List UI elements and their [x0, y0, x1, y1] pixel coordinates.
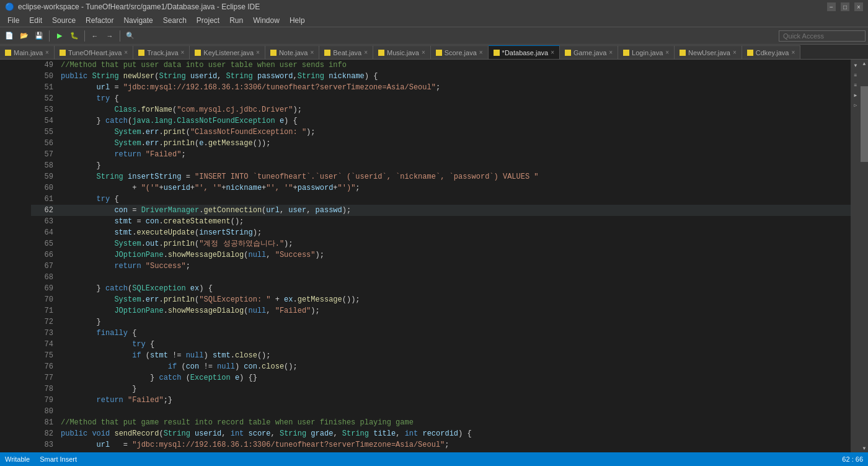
new-button[interactable]: 📄 [2, 29, 16, 43]
code-line-75: 75 if (stmt != null) stmt.close(); [31, 350, 851, 361]
tab-close-tuneofheart[interactable]: × [124, 49, 128, 56]
tab-icon-beat [324, 50, 330, 56]
code-line-78: 78 } [31, 383, 851, 395]
sidebar-icon-1[interactable]: ▼ [851, 61, 860, 69]
tab-label-track: Track.java [147, 49, 178, 56]
tab-keylistener-java[interactable]: KeyListener.java × [190, 45, 265, 59]
code-line-57: 57 return "Failed"; [31, 149, 851, 160]
menu-window[interactable]: Window [248, 14, 285, 27]
tab-close-login[interactable]: × [665, 49, 669, 56]
menu-bar: File Edit Source Refactor Navigate Searc… [0, 14, 868, 27]
sidebar-icon-4[interactable]: ▶ [851, 91, 860, 99]
status-insert-mode: Smart Insert [40, 455, 77, 460]
tab-close-score[interactable]: × [479, 49, 483, 56]
tab-close-music[interactable]: × [422, 49, 425, 56]
tab-icon-tuneofheart [60, 50, 66, 56]
sidebar-icon-2[interactable]: ≡ [851, 71, 860, 79]
tab-newuser-java[interactable]: NewUser.java × [675, 45, 742, 59]
code-line-50: 50 public String newUser(String userid, … [31, 71, 851, 82]
tab-label-database: *Database.java [502, 49, 549, 56]
right-sidebar: ▼ ≡ ≡ ▶ ▷ [851, 60, 861, 452]
code-line-79: 79 return "Failed";} [31, 395, 851, 406]
title-bar-left: 🔵 eclipse-workspace - TuneOfHeart/src/ga… [5, 2, 260, 11]
tab-close-cdkey[interactable]: × [791, 49, 795, 56]
app-icon: 🔵 [5, 2, 14, 11]
tab-close-database[interactable]: × [551, 49, 554, 56]
vertical-scrollbar[interactable]: ▲ ▼ [861, 60, 868, 452]
sidebar-icon-3[interactable]: ≡ [851, 81, 860, 89]
code-line-77: 77 } catch (Exception e) {} [31, 372, 851, 383]
code-line-52: 52 try { [31, 93, 851, 104]
code-line-64: 64 stmt.executeUpdate(insertString); [31, 227, 851, 238]
tab-login-java[interactable]: Login.java × [618, 45, 675, 59]
code-line-82: 82 public void sendRecord(String userid,… [31, 428, 851, 439]
quick-access-input[interactable] [779, 30, 866, 42]
code-line-74: 74 try { [31, 339, 851, 350]
title-bar-controls[interactable]: − □ × [827, 2, 863, 11]
close-button[interactable]: × [854, 2, 863, 11]
menu-help[interactable]: Help [285, 14, 310, 27]
maximize-button[interactable]: □ [841, 2, 849, 11]
minimize-button[interactable]: − [827, 2, 836, 11]
main-layout: 49 //Method that put user data into user… [0, 60, 868, 452]
tab-database-java[interactable]: *Database.java × [489, 45, 560, 59]
tab-icon-login [623, 50, 629, 56]
tab-close-beat[interactable]: × [364, 49, 368, 56]
scroll-track[interactable] [861, 68, 868, 444]
menu-refactor[interactable]: Refactor [81, 14, 118, 27]
status-writable: Writable [5, 455, 30, 460]
forward-button[interactable]: → [103, 29, 117, 43]
run-button[interactable]: ▶ [53, 29, 66, 43]
tab-label-cdkey: Cdkey.java [756, 49, 789, 56]
code-line-53: 53 Class.forName("com.mysql.cj.jdbc.Driv… [31, 104, 851, 115]
tab-beat-java[interactable]: Beat.java × [319, 45, 373, 59]
code-editor[interactable]: 49 //Method that put user data into user… [0, 60, 861, 452]
tab-cdkey-java[interactable]: Cdkey.java × [742, 45, 800, 59]
sidebar-icon-5[interactable]: ▷ [851, 101, 860, 109]
title-text: eclipse-workspace - TuneOfHeart/src/game… [18, 2, 260, 11]
code-line-65: 65 System.out.println("계정 성공하였습니다."); [31, 238, 851, 249]
code-line-54: 54 } catch(java.lang.ClassNotFoundExcept… [31, 115, 851, 127]
tab-close-main[interactable]: × [45, 49, 49, 56]
toolbar-separator-2 [84, 30, 85, 42]
tab-close-keylistener[interactable]: × [256, 49, 260, 56]
tab-label-main: Main.java [14, 49, 43, 56]
search-toolbar-button[interactable]: 🔍 [123, 29, 137, 43]
tab-note-java[interactable]: Note.java × [265, 45, 319, 59]
menu-project[interactable]: Project [192, 14, 224, 27]
tab-icon-game [565, 50, 571, 56]
tab-icon-note [270, 50, 277, 56]
line-numbers [9, 60, 31, 452]
scroll-down-button[interactable]: ▼ [861, 444, 868, 452]
tab-label-tuneofheart: TuneOfHeart.java [68, 49, 122, 56]
tab-icon-cdkey [747, 50, 753, 56]
menu-source[interactable]: Source [47, 14, 81, 27]
tab-close-track[interactable]: × [181, 49, 185, 56]
save-button[interactable]: 💾 [32, 29, 46, 43]
menu-run[interactable]: Run [224, 14, 248, 27]
open-button[interactable]: 📂 [17, 29, 31, 43]
tab-tuneofheart-java[interactable]: TuneOfHeart.java × [55, 45, 133, 59]
back-button[interactable]: ← [88, 29, 102, 43]
tab-main-java[interactable]: Main.java × [0, 45, 55, 59]
tab-icon-keylistener [195, 50, 201, 56]
menu-file[interactable]: File [2, 14, 24, 27]
tab-score-java[interactable]: Score.java × [431, 45, 489, 59]
code-line-51: 51 url = "jdbc:mysql://192.168.36.1:3306… [31, 82, 851, 93]
tab-close-game[interactable]: × [609, 49, 613, 56]
menu-edit[interactable]: Edit [24, 14, 47, 27]
code-content[interactable]: 49 //Method that put user data into user… [31, 60, 851, 452]
tab-close-newuser[interactable]: × [733, 49, 737, 56]
tab-music-java[interactable]: Music.java × [373, 45, 431, 59]
scroll-up-button[interactable]: ▲ [861, 60, 868, 68]
debug-button[interactable]: 🐛 [68, 29, 81, 43]
tab-label-login: Login.java [632, 49, 663, 56]
tab-track-java[interactable]: Track.java × [133, 45, 190, 59]
toolbar-separator-3 [120, 30, 120, 42]
title-bar: 🔵 eclipse-workspace - TuneOfHeart/src/ga… [0, 0, 868, 14]
menu-search[interactable]: Search [158, 14, 192, 27]
scroll-thumb[interactable] [861, 86, 868, 161]
menu-navigate[interactable]: Navigate [118, 14, 157, 27]
tab-game-java[interactable]: Game.java × [560, 45, 618, 59]
tab-close-note[interactable]: × [310, 49, 314, 56]
